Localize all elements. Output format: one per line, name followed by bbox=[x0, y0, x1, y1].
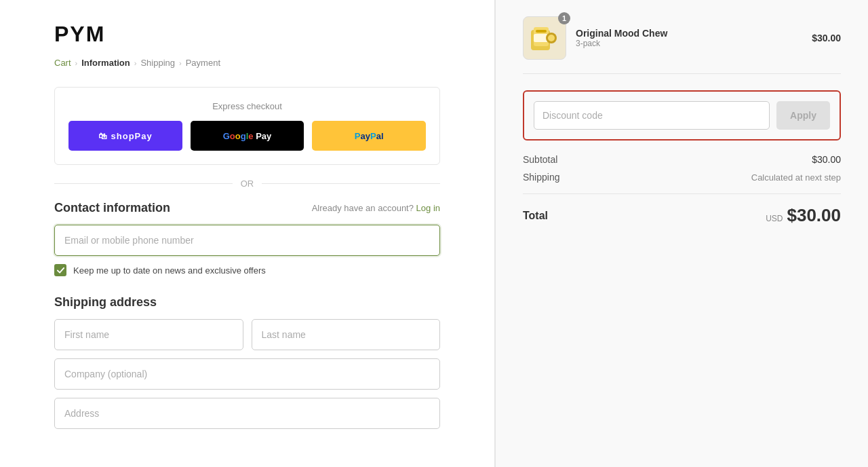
googlepay-button[interactable]: Google Pay bbox=[191, 121, 304, 151]
first-name-input[interactable] bbox=[54, 319, 243, 350]
express-checkout-title: Express checkout bbox=[68, 101, 426, 111]
paypal-icon: PayPal bbox=[355, 131, 384, 141]
subtotal-value: $30.00 bbox=[812, 154, 841, 165]
or-label: OR bbox=[241, 179, 254, 189]
shoppay-button[interactable]: 🛍 shopPay bbox=[68, 121, 182, 151]
chevron-icon: › bbox=[179, 59, 182, 67]
product-name: Original Mood Chew bbox=[576, 28, 802, 39]
left-panel: PYM Cart › Information › Shipping › Paym… bbox=[0, 0, 495, 467]
logo: PYM bbox=[54, 22, 440, 47]
total-label: Total bbox=[523, 210, 548, 222]
contact-header: Contact information Already have an acco… bbox=[54, 201, 440, 215]
svg-rect-2 bbox=[536, 30, 547, 33]
product-thumbnail bbox=[527, 20, 562, 56]
email-phone-input[interactable] bbox=[54, 225, 440, 256]
svg-point-5 bbox=[548, 35, 555, 41]
checkmark-icon bbox=[57, 267, 64, 274]
paypal-button[interactable]: PayPal bbox=[312, 121, 426, 151]
shipping-title: Shipping address bbox=[54, 295, 157, 310]
breadcrumb-shipping: Shipping bbox=[140, 58, 175, 68]
company-input[interactable] bbox=[54, 358, 440, 390]
discount-section: Apply bbox=[523, 90, 841, 141]
shipping-section: Shipping address bbox=[54, 295, 440, 429]
name-row bbox=[54, 319, 440, 350]
shipping-row: Shipping Calculated at next step bbox=[523, 172, 841, 183]
product-info: Original Mood Chew 3-pack bbox=[576, 28, 802, 48]
subtotal-row: Subtotal $30.00 bbox=[523, 154, 841, 165]
product-variant: 3-pack bbox=[576, 39, 802, 48]
google-icon: Google Pay bbox=[223, 131, 272, 141]
breadcrumb-cart[interactable]: Cart bbox=[54, 58, 71, 68]
breadcrumb-payment: Payment bbox=[186, 58, 220, 68]
product-price: $30.00 bbox=[812, 33, 841, 43]
newsletter-checkbox[interactable] bbox=[54, 264, 66, 276]
right-panel: 1 Original Mood Chew 3-pack $30.00 Apply… bbox=[495, 0, 868, 467]
subtotal-label: Subtotal bbox=[523, 154, 557, 165]
chevron-icon: › bbox=[134, 59, 137, 67]
apply-button[interactable]: Apply bbox=[776, 101, 830, 130]
total-currency: USD bbox=[766, 214, 783, 223]
total-value-wrap: USD $30.00 bbox=[766, 205, 841, 226]
express-buttons-row: 🛍 shopPay Google Pay PayPal bbox=[68, 121, 426, 151]
breadcrumb-information: Information bbox=[81, 58, 130, 68]
total-amount: $30.00 bbox=[787, 205, 841, 226]
newsletter-label: Keep me up to date on news and exclusive… bbox=[73, 265, 266, 276]
product-row: 1 Original Mood Chew 3-pack $30.00 bbox=[523, 16, 841, 74]
express-checkout-section: Express checkout 🛍 shopPay Google Pay Pa… bbox=[54, 87, 440, 165]
shoppay-icon: 🛍 shopPay bbox=[98, 131, 153, 141]
contact-title: Contact information bbox=[54, 201, 170, 215]
newsletter-row: Keep me up to date on news and exclusive… bbox=[54, 264, 440, 276]
log-in-link[interactable]: Log in bbox=[416, 203, 440, 213]
contact-section: Contact information Already have an acco… bbox=[54, 201, 440, 276]
or-divider: OR bbox=[54, 179, 440, 189]
chevron-icon: › bbox=[75, 59, 78, 67]
breadcrumb: Cart › Information › Shipping › Payment bbox=[54, 58, 440, 68]
discount-code-input[interactable] bbox=[534, 101, 770, 130]
product-quantity-badge: 1 bbox=[558, 12, 570, 24]
total-row: Total USD $30.00 bbox=[523, 193, 841, 226]
address-input[interactable] bbox=[54, 398, 440, 429]
shipping-label: Shipping bbox=[523, 172, 560, 183]
shipping-value: Calculated at next step bbox=[751, 172, 841, 183]
already-account-text: Already have an account? Log in bbox=[312, 203, 440, 213]
product-image-wrap: 1 bbox=[523, 16, 566, 60]
last-name-input[interactable] bbox=[252, 319, 441, 350]
shipping-header: Shipping address bbox=[54, 295, 440, 310]
